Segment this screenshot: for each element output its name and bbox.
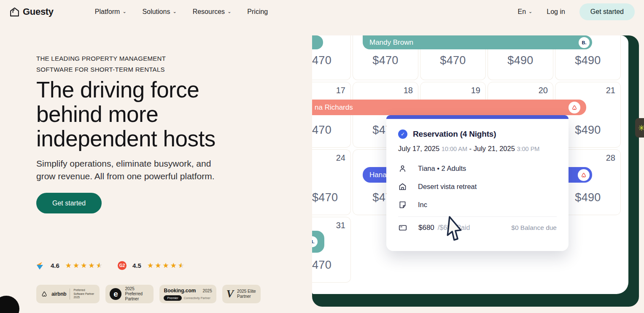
star-icon: ★ [89,262,95,269]
expedia-badge-text: 2025 Preferred Partner [125,286,149,302]
popup-title: Reservation (4 Nights) [413,130,496,139]
star-icon: ★ [81,262,87,269]
booking-year: 2025 [202,289,212,293]
cursor-pointer-icon [442,215,464,245]
guesty-landing-page: Guesty Platform ⌄ Solutions ⌄ Resources … [0,0,644,313]
page-title: The driving force behind more independen… [36,78,216,151]
vrbo-icon: V [226,288,234,300]
airbnb-partner-badge: airbnb Preferred Software Partner 2025 [36,285,100,303]
divider [70,289,70,300]
reservation-bar-richards: na Richards [312,100,586,115]
booking-partner-badge: Booking.com 2025 Premier Connectivity Pa… [159,285,216,303]
airbnb-badge-text: Preferred Software Partner 2025 [73,289,95,300]
person-icon [398,164,407,173]
accessibility-widget-tab[interactable]: ✳ [635,118,644,138]
star-icon: ★ [155,262,161,269]
vrbo-badge-text: 2025 Elite Partner [237,289,256,299]
main-nav: Platform ⌄ Solutions ⌄ Resources ⌄ Prici… [95,8,268,16]
nav-platform[interactable]: Platform ⌄ [95,8,127,16]
booking-channel-badge: B. [579,37,590,48]
calendar-cell: 24$470 [312,149,351,215]
hero-get-started-button[interactable]: Get started [36,193,102,213]
guesty-house-icon [9,7,20,17]
reservation-popup: ✓ Reservation (4 Nights) July 17, 2025 1… [386,115,569,251]
star-icon: ★ [162,262,169,269]
airbnb-belo-icon [40,290,48,298]
booking-premier-pill: Premier [164,295,181,301]
airbnb-channel-badge [578,169,590,181]
capterra-stars: ★★★★★★ [65,262,102,269]
house-icon [398,182,407,191]
note-icon [398,200,407,209]
expedia-partner-badge: e 2025 Preferred Partner [105,285,154,303]
partner-badges: airbnb Preferred Software Partner 2025 e… [36,285,261,303]
capterra-score: 4.6 [51,262,59,269]
expedia-icon: e [110,288,121,300]
airbnb-wordmark: airbnb [51,291,66,297]
guesty-logo[interactable]: Guesty [9,6,54,17]
g2-score: 4.5 [132,262,141,269]
booking-badge-text: Connectivity Partner [184,297,210,300]
asterisk-icon: ✳ [638,123,644,133]
reservation-dates: July 17, 2025 10:00 AM - July 21, 2025 3… [398,145,557,153]
language-selector[interactable]: En ⌄ [517,8,532,16]
note-row: Inc [398,200,557,209]
nav-solutions[interactable]: Solutions ⌄ [143,8,177,16]
popup-accent-bar [386,115,569,119]
chevron-down-icon: ⌄ [122,9,126,14]
g2-stars: ★★★★★★ [147,262,184,269]
brand-name: Guesty [23,6,54,17]
property-row: Desert vista retreat [398,182,557,191]
g2-icon: G2 [118,261,127,270]
balance-due: $0 Balance due [511,224,557,232]
half-star-icon: ★★ [178,262,184,269]
top-navigation: Guesty Platform ⌄ Solutions ⌄ Resources … [0,0,644,24]
vrbo-partner-badge: V 2025 Elite Partner [222,285,261,303]
star-icon: ★ [73,262,79,269]
chat-widget-button[interactable] [0,296,19,313]
half-star-icon: ★★ [96,262,102,269]
login-link[interactable]: Log in [547,8,565,16]
hero-eyebrow: THE LEADING PROPERTY MANAGEMENT SOFTWARE… [36,53,166,76]
chevron-down-icon: ⌄ [227,9,231,14]
review-ratings: 4.6 ★★★★★★ G2 4.5 ★★★★★★ [36,261,184,270]
payment-row: $680 /$680 Paid $0 Balance due [398,216,557,232]
star-icon: ★ [147,262,154,269]
credit-card-icon [398,223,407,232]
header-get-started-button[interactable]: Get started [579,3,635,20]
booking-wordmark: Booking.com [164,288,196,294]
star-icon: ★ [65,262,72,269]
nav-resources[interactable]: Resources ⌄ [193,8,232,16]
star-icon: ★ [170,262,177,269]
hero-subtitle: Simplify operations, eliminate busywork,… [36,157,215,183]
nav-pricing[interactable]: Pricing [247,8,268,16]
confirmed-check-icon: ✓ [398,130,407,139]
reservation-bar-endcap: B. [312,231,324,253]
header-actions: En ⌄ Log in Get started [517,3,635,20]
guest-row: Tiana • 2 Adults [398,164,557,173]
chevron-down-icon: ⌄ [528,9,532,14]
channel-badge: B. [312,236,318,247]
capterra-icon [36,262,45,270]
airbnb-channel-badge [569,102,580,113]
reservation-bar-mandy-brown: Mandy Brown B. [363,35,592,49]
chevron-down-icon: ⌄ [172,9,176,14]
